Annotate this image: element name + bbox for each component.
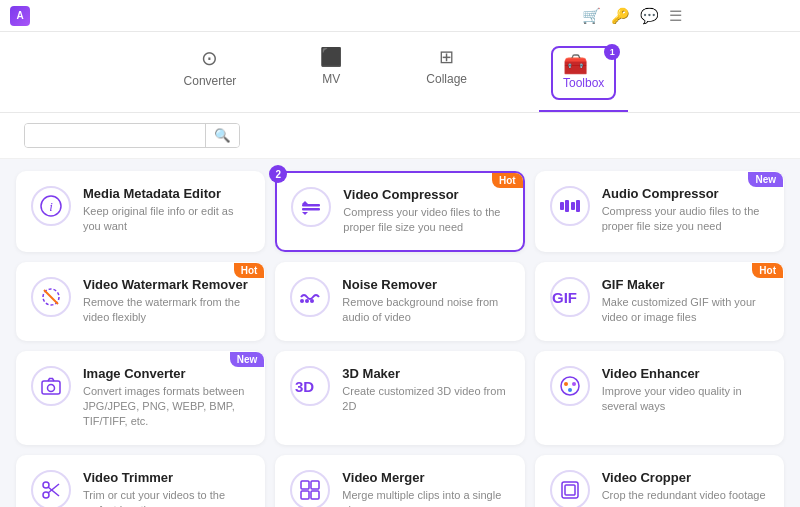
app-logo: A <box>10 6 30 26</box>
tool-title-3d-maker: 3D Maker <box>342 366 509 381</box>
tool-body-gif-maker: GIF Maker Make customized GIF with your … <box>602 277 769 326</box>
tool-title-video-merger: Video Merger <box>342 470 509 485</box>
tool-icon-3d-maker: 3D <box>290 366 330 406</box>
tool-desc-video-compressor: Compress your video files to the proper … <box>343 205 508 236</box>
tool-desc-video-trimmer: Trim or cut your videos to the perfect l… <box>83 488 250 507</box>
svg-point-17 <box>48 384 55 391</box>
svg-rect-9 <box>576 200 580 212</box>
tool-body-video-compressor: Video Compressor Compress your video fil… <box>343 187 508 236</box>
tool-title-video-trimmer: Video Trimmer <box>83 470 250 485</box>
tool-card-3d-maker[interactable]: 3D 3D Maker Create customized 3D video f… <box>275 351 524 445</box>
toolbox-icon: 🧰 <box>563 52 604 76</box>
tool-body-media-metadata: Media Metadata Editor Keep original file… <box>83 186 250 235</box>
tools-grid: i Media Metadata Editor Keep original fi… <box>0 159 800 507</box>
tab-collage-label: Collage <box>426 72 467 86</box>
gift-icon[interactable]: 🔑 <box>611 7 630 25</box>
tab-converter[interactable]: ⊙ Converter <box>172 40 249 112</box>
tool-card-audio-compressor[interactable]: New Audio Compressor Compress your audio… <box>535 171 784 252</box>
tool-icon-audio-compressor <box>550 186 590 226</box>
tool-desc-3d-maker: Create customized 3D video from 2D <box>342 384 509 415</box>
tool-body-video-trimmer: Video Trimmer Trim or cut your videos to… <box>83 470 250 507</box>
tool-title-video-watermark: Video Watermark Remover <box>83 277 250 292</box>
svg-rect-29 <box>301 491 309 499</box>
tool-body-image-converter: Image Converter Convert images formats b… <box>83 366 250 430</box>
tool-desc-audio-compressor: Compress your audio files to the proper … <box>602 204 769 235</box>
tool-icon-video-cropper <box>550 470 590 507</box>
tool-card-video-trimmer[interactable]: Video Trimmer Trim or cut your videos to… <box>16 455 265 507</box>
svg-rect-8 <box>571 202 575 210</box>
tool-desc-video-watermark: Remove the watermark from the video flex… <box>83 295 250 326</box>
tool-card-media-metadata[interactable]: i Media Metadata Editor Keep original fi… <box>16 171 265 252</box>
svg-rect-7 <box>565 200 569 212</box>
circle-badge-video-compressor: 2 <box>269 165 287 183</box>
tool-icon-gif-maker: GIF <box>550 277 590 317</box>
tool-desc-video-cropper: Crop the redundant video footage <box>602 488 769 503</box>
tab-converter-label: Converter <box>184 74 237 88</box>
window-controls: 🛒 🔑 💬 ☰ <box>582 7 790 25</box>
cart-icon[interactable]: 🛒 <box>582 7 601 25</box>
tab-toolbox[interactable]: 1 🧰 Toolbox <box>539 40 628 112</box>
badge-video-compressor: Hot <box>492 173 523 188</box>
svg-rect-28 <box>311 481 319 489</box>
search-bar: 🔍 <box>0 113 800 159</box>
svg-rect-2 <box>302 204 320 207</box>
svg-rect-3 <box>302 208 320 211</box>
tool-title-video-compressor: Video Compressor <box>343 187 508 202</box>
tool-icon-noise-remover <box>290 277 330 317</box>
tool-title-noise-remover: Noise Remover <box>342 277 509 292</box>
tool-body-3d-maker: 3D Maker Create customized 3D video from… <box>342 366 509 415</box>
tool-card-gif-maker[interactable]: Hot GIF GIF Maker Make customized GIF wi… <box>535 262 784 341</box>
tool-title-media-metadata: Media Metadata Editor <box>83 186 250 201</box>
search-button[interactable]: 🔍 <box>205 124 239 147</box>
tool-icon-video-trimmer <box>31 470 71 507</box>
svg-point-14 <box>310 299 314 303</box>
badge-video-watermark: Hot <box>234 263 265 278</box>
badge-image-converter: New <box>230 352 265 367</box>
svg-text:GIF: GIF <box>552 289 577 306</box>
tool-icon-video-merger <box>290 470 330 507</box>
svg-text:3D: 3D <box>295 378 314 395</box>
tool-card-noise-remover[interactable]: Noise Remover Remove background noise fr… <box>275 262 524 341</box>
menu-icon[interactable]: ☰ <box>669 7 682 25</box>
search-input[interactable] <box>25 124 205 147</box>
minimize-button[interactable] <box>722 8 738 24</box>
svg-point-13 <box>305 299 309 303</box>
tool-card-video-enhancer[interactable]: Video Enhancer Improve your video qualit… <box>535 351 784 445</box>
tab-mv-label: MV <box>322 72 340 86</box>
tool-title-video-cropper: Video Cropper <box>602 470 769 485</box>
tool-icon-media-metadata: i <box>31 186 71 226</box>
close-button[interactable] <box>774 8 790 24</box>
tab-mv[interactable]: ⬛ MV <box>308 40 354 112</box>
tool-icon-video-enhancer <box>550 366 590 406</box>
tool-card-video-cropper[interactable]: Video Cropper Crop the redundant video f… <box>535 455 784 507</box>
titlebar: A 🛒 🔑 💬 ☰ <box>0 0 800 32</box>
svg-text:i: i <box>49 199 53 214</box>
tool-icon-video-compressor <box>291 187 331 227</box>
tab-collage[interactable]: ⊞ Collage <box>414 40 479 112</box>
tool-body-noise-remover: Noise Remover Remove background noise fr… <box>342 277 509 326</box>
tool-card-video-merger[interactable]: Video Merger Merge multiple clips into a… <box>275 455 524 507</box>
chat-icon[interactable]: 💬 <box>640 7 659 25</box>
svg-point-19 <box>561 377 579 395</box>
search-input-wrap: 🔍 <box>24 123 240 148</box>
svg-line-11 <box>44 290 58 304</box>
tool-body-video-enhancer: Video Enhancer Improve your video qualit… <box>602 366 769 415</box>
tool-card-image-converter[interactable]: New Image Converter Convert images forma… <box>16 351 265 445</box>
svg-rect-6 <box>560 202 564 210</box>
tool-desc-media-metadata: Keep original file info or edit as you w… <box>83 204 250 235</box>
converter-icon: ⊙ <box>201 46 218 70</box>
mv-icon: ⬛ <box>320 46 342 68</box>
tool-desc-video-enhancer: Improve your video quality in several wa… <box>602 384 769 415</box>
tool-title-audio-compressor: Audio Compressor <box>602 186 769 201</box>
tool-card-video-compressor[interactable]: 2 Hot Video Compressor Compress your vid… <box>275 171 524 252</box>
svg-point-22 <box>568 388 572 392</box>
tool-title-gif-maker: GIF Maker <box>602 277 769 292</box>
tool-card-video-watermark[interactable]: Hot Video Watermark Remover Remove the w… <box>16 262 265 341</box>
svg-marker-4 <box>302 201 308 204</box>
tool-desc-video-merger: Merge multiple clips into a single piece <box>342 488 509 507</box>
svg-point-21 <box>572 382 576 386</box>
tool-title-video-enhancer: Video Enhancer <box>602 366 769 381</box>
svg-point-20 <box>564 382 568 386</box>
maximize-button[interactable] <box>748 8 764 24</box>
main-nav: ⊙ Converter ⬛ MV ⊞ Collage 1 🧰 Toolbox <box>0 32 800 113</box>
